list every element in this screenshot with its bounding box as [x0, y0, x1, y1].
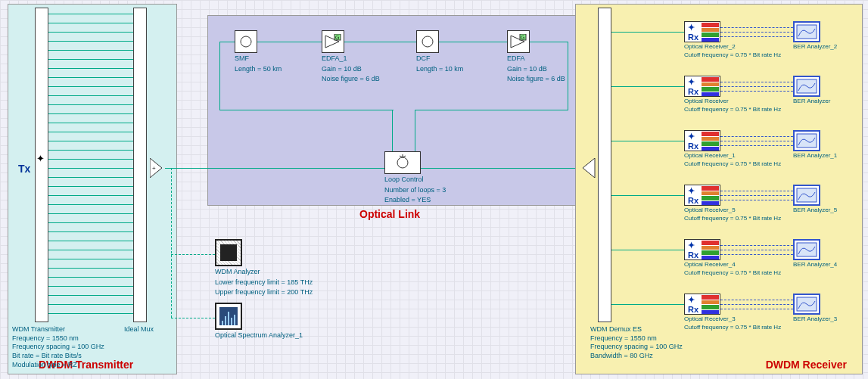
- wdm-tx-spacing: Frequency spacing = 100 GHz: [12, 343, 104, 352]
- wdm-analyzer-name: WDM Analyzer: [215, 268, 313, 277]
- wire-demux-rx: [611, 195, 684, 196]
- wire-demux-rx: [611, 86, 684, 87]
- wdm-tx-bitrate: Bit rate = Bit rate Bits/s: [12, 352, 104, 361]
- wdm-tx-name: WDM Transmitter: [12, 325, 104, 334]
- wire-rx-ber: [720, 191, 793, 191]
- wire-loop-demux: [421, 168, 583, 169]
- demux-bw: Bandwidth = 80 GHz: [590, 352, 683, 361]
- demux-spacing: Frequency spacing = 100 GHz: [590, 343, 683, 352]
- loop-control-block[interactable]: Loop Control Number of loops = 3 Enabled…: [384, 151, 446, 205]
- wire-dash-v: [171, 168, 172, 318]
- wire-rx-ber: [720, 250, 793, 250]
- wire-smf-in-h: [219, 42, 235, 42]
- ber-analyzer[interactable]: BER Analyzer_3: [793, 294, 837, 323]
- wdm-tx-mod: Modulation type = RZ: [12, 361, 104, 370]
- ber-analyzer[interactable]: BER Analyzer_2: [793, 21, 837, 51]
- rx-cutoff: Cutoff frequency = 0.75 * Bit rate Hz: [684, 215, 781, 222]
- demux-icon[interactable]: [583, 158, 598, 179]
- wire-mux-loop: [165, 168, 394, 169]
- dcf-block[interactable]: DCF Length = 10 km: [416, 30, 463, 73]
- tx-mux-wires: [48, 14, 133, 322]
- ideal-mux-label: Ideal Mux: [124, 325, 154, 333]
- rx-name: Optical Receiver_1: [684, 152, 781, 160]
- link-title: Optical Link: [359, 208, 420, 220]
- wire-demux-rx: [611, 250, 684, 250]
- wire-rx-ber: [720, 304, 793, 305]
- mux-icon[interactable]: +: [150, 158, 165, 179]
- wdm-transmitter-block[interactable]: [35, 8, 48, 322]
- wire-rx-ber: [720, 27, 793, 28]
- wire-back-down: [415, 110, 415, 151]
- rx-cutoff: Cutoff frequency = 0.75 * Bit rate Hz: [684, 269, 781, 277]
- dcf-length: Length = 10 km: [416, 65, 463, 74]
- ber-name: BER Analyzer_1: [793, 152, 837, 160]
- wire-loop-up-v: [392, 110, 393, 151]
- svg-point-10: [397, 157, 408, 168]
- wire-edfa1-dcf: [344, 42, 416, 42]
- wire-back: [415, 110, 568, 110]
- edfa1-block[interactable]: G EDFA_1 Gain = 10 dB Noise figure = 6 d…: [322, 30, 380, 84]
- wire-rx-ber: [720, 145, 793, 146]
- rx-cutoff: Cutoff frequency = 0.75 * Bit rate Hz: [684, 106, 781, 113]
- rx-icon: ✦Rx: [685, 185, 702, 205]
- rx-icon: ✦Rx: [685, 240, 702, 259]
- wire-loop-up: [219, 110, 394, 110]
- edfa2-nf: Noise figure = 6 dB: [507, 75, 565, 84]
- ber-analyzer[interactable]: BER Analyzer_4: [793, 239, 837, 269]
- wdm-tx-freq: Frequency = 1550 nm: [12, 334, 104, 343]
- wire-dash-wdm-analyzer: [171, 254, 215, 255]
- wire-smf-in-v: [219, 42, 220, 110]
- ber-analyzer[interactable]: BER Analyzer: [793, 76, 830, 105]
- edfa2-gain: Gain = 10 dB: [507, 65, 565, 74]
- wire-demux-rx: [611, 304, 684, 305]
- rx-icon: ✦Rx: [685, 294, 702, 314]
- wire-rx-ber: [720, 200, 793, 200]
- rx-name: Optical Receiver_5: [684, 207, 781, 214]
- wire-rx-ber: [720, 300, 793, 300]
- wire-rx-ber: [720, 141, 793, 141]
- svg-text:+: +: [152, 165, 156, 172]
- ideal-mux-block[interactable]: [133, 8, 147, 322]
- svg-text:G: G: [335, 35, 339, 40]
- svg-text:G: G: [521, 35, 524, 40]
- svg-point-6: [422, 36, 433, 47]
- wire-dcf-edfa2: [439, 42, 507, 42]
- wire-dash-osa: [171, 318, 215, 318]
- edfa2-name: EDFA: [507, 54, 565, 64]
- demux-freq: Frequency = 1550 nm: [590, 334, 683, 343]
- smf-block[interactable]: SMF Length = 50 km: [235, 30, 282, 73]
- diode-icon: ✦: [36, 153, 45, 164]
- ber-analyzer[interactable]: BER Analyzer_5: [793, 185, 837, 214]
- osa-name: Optical Spectrum Analyzer_1: [215, 331, 303, 340]
- ber-analyzer[interactable]: BER Analyzer_1: [793, 130, 837, 160]
- demux-block[interactable]: [598, 8, 611, 322]
- dcf-name: DCF: [416, 54, 463, 64]
- wire-demux-rx: [611, 32, 684, 33]
- rx-icon: ✦Rx: [685, 131, 702, 151]
- loop-loops: Number of loops = 3: [384, 186, 446, 195]
- demux-params: WDM Demux ES Frequency = 1550 nm Frequen…: [590, 325, 683, 361]
- ber-name: BER Analyzer_4: [793, 261, 837, 269]
- ber-name: BER Analyzer_3: [793, 315, 837, 323]
- wdm-analyzer-upper: Upper frequency limit = 200 THz: [215, 288, 313, 297]
- wire-rx-ber: [720, 245, 793, 246]
- wire-rx-ber: [720, 254, 793, 255]
- edfa1-gain: Gain = 10 dB: [322, 65, 380, 74]
- wdm-analyzer-block[interactable]: WDM Analyzer Lower frequency limit = 185…: [215, 239, 313, 297]
- wire-demux-rx: [611, 141, 684, 141]
- demux-name: WDM Demux ES: [590, 325, 683, 334]
- rx-cutoff: Cutoff frequency = 0.75 * Bit rate Hz: [684, 324, 781, 331]
- ber-name: BER Analyzer_5: [793, 207, 837, 214]
- rx-icon: ✦Rx: [685, 22, 702, 42]
- osa-block[interactable]: Optical Spectrum Analyzer_1: [215, 303, 303, 340]
- wdm-analyzer-lower: Lower frequency limit = 185 THz: [215, 278, 313, 287]
- wire-rx-ber: [720, 91, 793, 92]
- wire-rx-ber: [720, 195, 793, 196]
- rx-name: Optical Receiver: [684, 98, 781, 105]
- rx-icon: ✦Rx: [685, 76, 702, 96]
- wire-rx-ber: [720, 32, 793, 33]
- svg-marker-11: [583, 158, 595, 178]
- tx-icon: Tx: [18, 163, 30, 175]
- smf-name: SMF: [235, 54, 282, 64]
- edfa2-block[interactable]: G EDFA Gain = 10 dB Noise figure = 6 dB: [507, 30, 565, 84]
